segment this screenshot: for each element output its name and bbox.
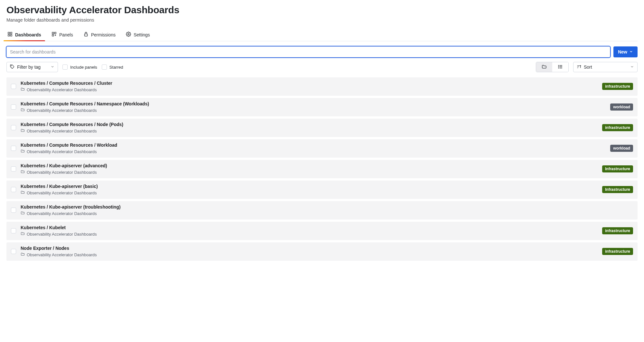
include-panels-checkbox[interactable]: Include panels xyxy=(62,64,97,70)
tab-label: Settings xyxy=(134,32,150,37)
starred-label: Starred xyxy=(109,65,123,70)
tab-dashboards[interactable]: Dashboards xyxy=(7,30,42,41)
svg-point-15 xyxy=(558,65,559,65)
tab-label: Dashboards xyxy=(15,32,41,37)
svg-rect-6 xyxy=(52,34,54,36)
row-checkbox[interactable] xyxy=(11,208,16,213)
row-folder-name: Observability Accelerator Dashboards xyxy=(27,108,97,113)
tag-badge[interactable]: infrastructure xyxy=(602,83,633,90)
row-main: Kubernetes / Kube-apiserver (basic)Obser… xyxy=(21,184,598,195)
apps-icon xyxy=(7,32,13,38)
svg-rect-3 xyxy=(10,34,12,36)
row-main: Kubernetes / KubeletObservability Accele… xyxy=(21,225,598,237)
view-folders-button[interactable] xyxy=(536,62,552,72)
svg-rect-1 xyxy=(10,32,12,34)
row-title[interactable]: Kubernetes / Kube-apiserver (basic) xyxy=(21,184,598,189)
sort-label: Sort xyxy=(584,64,592,70)
row-folder: Observability Accelerator Dashboards xyxy=(21,128,598,133)
row-title[interactable]: Kubernetes / Kubelet xyxy=(21,225,598,230)
row-folder-name: Observability Accelerator Dashboards xyxy=(27,170,97,175)
tab-bar: Dashboards Panels Permissions Settings xyxy=(6,30,638,41)
row-title[interactable]: Kubernetes / Compute Resources / Node (P… xyxy=(21,122,598,127)
row-folder: Observability Accelerator Dashboards xyxy=(21,149,606,154)
svg-point-17 xyxy=(558,68,559,68)
list-item[interactable]: Node Exporter / NodesObservability Accel… xyxy=(6,242,638,261)
tab-settings[interactable]: Settings xyxy=(125,30,151,41)
list-item[interactable]: Kubernetes / Compute Resources / Cluster… xyxy=(6,77,638,96)
svg-point-16 xyxy=(558,66,559,67)
row-title[interactable]: Node Exporter / Nodes xyxy=(21,246,598,251)
row-folder: Observability Accelerator Dashboards xyxy=(21,108,606,113)
starred-checkbox[interactable]: Starred xyxy=(102,64,123,70)
folder-icon xyxy=(21,211,25,216)
row-main: Kubernetes / Kube-apiserver (troubleshoo… xyxy=(21,204,633,216)
row-checkbox[interactable] xyxy=(11,228,16,233)
row-checkbox[interactable] xyxy=(11,125,16,130)
row-checkbox[interactable] xyxy=(11,187,16,192)
row-folder: Observability Accelerator Dashboards xyxy=(21,231,598,237)
folder-icon xyxy=(21,252,25,257)
view-toggle xyxy=(536,62,569,72)
list-item[interactable]: Kubernetes / Compute Resources / Workloa… xyxy=(6,139,638,158)
row-checkbox[interactable] xyxy=(11,84,16,89)
svg-rect-2 xyxy=(8,34,10,36)
row-folder-name: Observability Accelerator Dashboards xyxy=(27,211,97,216)
tag-badge[interactable]: Infrastructure xyxy=(602,186,633,193)
row-title[interactable]: Kubernetes / Kube-apiserver (advanced) xyxy=(21,163,598,168)
row-checkbox[interactable] xyxy=(11,146,16,151)
row-title[interactable]: Kubernetes / Compute Resources / Cluster xyxy=(21,81,598,86)
folder-icon xyxy=(21,190,25,195)
list-item[interactable]: Kubernetes / Compute Resources / Namespa… xyxy=(6,98,638,116)
row-title[interactable]: Kubernetes / Compute Resources / Namespa… xyxy=(21,101,606,106)
list-item[interactable]: Kubernetes / Compute Resources / Node (P… xyxy=(6,119,638,137)
page-title: Observability Accelerator Dashboards xyxy=(6,5,638,15)
row-folder-name: Observability Accelerator Dashboards xyxy=(27,149,97,154)
row-checkbox[interactable] xyxy=(11,249,16,254)
row-title[interactable]: Kubernetes / Compute Resources / Workloa… xyxy=(21,142,606,148)
row-main: Kubernetes / Kube-apiserver (advanced)Ob… xyxy=(21,163,598,175)
tab-panels[interactable]: Panels xyxy=(51,30,74,41)
row-main: Kubernetes / Compute Resources / Cluster… xyxy=(21,81,598,92)
list-item[interactable]: Kubernetes / Kube-apiserver (advanced)Ob… xyxy=(6,160,638,178)
row-folder: Observability Accelerator Dashboards xyxy=(21,252,598,257)
row-folder: Observability Accelerator Dashboards xyxy=(21,190,598,195)
new-button[interactable]: New xyxy=(613,46,638,57)
svg-rect-0 xyxy=(8,32,10,34)
svg-rect-4 xyxy=(52,32,54,34)
row-main: Kubernetes / Compute Resources / Namespa… xyxy=(21,101,606,113)
row-folder-name: Observability Accelerator Dashboards xyxy=(27,232,97,237)
tab-label: Panels xyxy=(59,32,73,37)
svg-rect-5 xyxy=(54,32,56,34)
row-title[interactable]: Kubernetes / Kube-apiserver (troubleshoo… xyxy=(21,204,633,210)
tag-badge[interactable]: workload xyxy=(610,145,633,152)
tab-permissions[interactable]: Permissions xyxy=(83,30,116,41)
sort-dropdown[interactable]: Sort xyxy=(573,62,638,72)
search-input[interactable] xyxy=(6,46,610,57)
tab-label: Permissions xyxy=(91,32,116,37)
row-main: Kubernetes / Compute Resources / Node (P… xyxy=(21,122,598,133)
row-folder: Observability Accelerator Dashboards xyxy=(21,211,633,216)
row-folder-name: Observability Accelerator Dashboards xyxy=(27,129,97,133)
row-checkbox[interactable] xyxy=(11,104,16,110)
row-folder-name: Observability Accelerator Dashboards xyxy=(27,87,97,92)
svg-point-11 xyxy=(11,65,11,66)
tag-badge[interactable]: infrastructure xyxy=(602,248,633,255)
list-item[interactable]: Kubernetes / Kube-apiserver (troubleshoo… xyxy=(6,201,638,220)
lock-icon xyxy=(83,32,89,38)
row-folder-name: Observability Accelerator Dashboards xyxy=(27,252,97,257)
tag-badge[interactable]: workload xyxy=(610,103,633,111)
tag-badge[interactable]: infrastructure xyxy=(602,227,633,234)
row-folder: Observability Accelerator Dashboards xyxy=(21,87,598,92)
row-checkbox[interactable] xyxy=(11,166,16,171)
sort-icon xyxy=(577,64,581,70)
tag-badge[interactable]: infrastructure xyxy=(602,124,633,131)
view-list-button[interactable] xyxy=(552,62,568,72)
list-item[interactable]: Kubernetes / Kube-apiserver (basic)Obser… xyxy=(6,181,638,199)
tag-badge[interactable]: Infrastructure xyxy=(602,165,633,172)
folder-icon xyxy=(21,231,25,237)
chevron-down-icon xyxy=(628,64,634,70)
filter-by-tag-dropdown[interactable]: Filter by tag xyxy=(6,62,58,72)
svg-rect-9 xyxy=(84,34,87,36)
chevron-down-icon xyxy=(629,49,633,54)
list-item[interactable]: Kubernetes / KubeletObservability Accele… xyxy=(6,222,638,240)
